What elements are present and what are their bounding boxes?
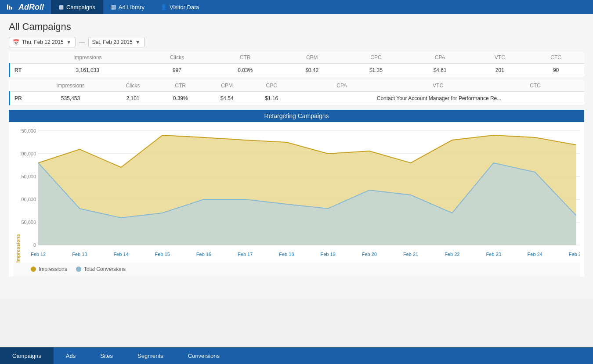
conversions-legend-dot <box>76 267 81 272</box>
rt-cpm: $0.42 <box>280 64 344 77</box>
chart-y-label: Impressions <box>13 126 21 263</box>
pr-header-row: Impressions Clicks CTR CPM CPC CPA VTC C… <box>10 80 585 92</box>
rt-impressions: 3,161,033 <box>32 64 144 77</box>
page-title: All Campaigns <box>9 21 584 32</box>
rt-data-row: RT 3,161,033 997 0.03% $0.42 $1.35 $4.61… <box>10 64 585 77</box>
nav-tab-campaigns[interactable]: ▦ Campaigns <box>51 0 103 14</box>
svg-text:50,000: 50,000 <box>21 220 36 225</box>
logo: AdRoll <box>0 0 51 14</box>
pr-clicks-header: Clicks <box>110 80 156 92</box>
pr-empty-header <box>10 80 32 92</box>
rt-ctr-header: CTR <box>210 52 280 64</box>
pr-table-section: Impressions Clicks CTR CPM CPC CPA VTC C… <box>9 80 584 105</box>
impressions-legend-label: Impressions <box>39 266 67 272</box>
page-content: All Campaigns 📅 Thu, Feb 12 2015 ▼ — Sat… <box>0 14 593 299</box>
date-separator: — <box>79 39 85 46</box>
pr-ctr: 0.39% <box>156 92 204 105</box>
bottom-tab-ads[interactable]: Ads <box>54 347 88 364</box>
svg-text:Feb 14: Feb 14 <box>113 252 128 257</box>
svg-text:Feb 21: Feb 21 <box>403 252 418 257</box>
pr-data-row: PR 535,453 2,101 0.39% $4.54 $1.16 Conta… <box>10 92 585 105</box>
end-date-picker[interactable]: Sat, Feb 28 2015 ▼ <box>88 37 145 47</box>
logo-icon <box>7 4 17 11</box>
rt-ctr: 0.03% <box>210 64 280 77</box>
legend-conversions: Total Conversions <box>76 266 126 272</box>
rt-label: RT <box>10 64 32 77</box>
nav-tab-ad-library[interactable]: ▤ Ad Library <box>103 0 152 14</box>
pr-ctr-header: CTR <box>156 80 204 92</box>
pr-cpa-header: CPA <box>294 80 390 92</box>
logo-text: AdRoll <box>18 3 44 12</box>
svg-text:0: 0 <box>33 242 36 248</box>
rt-ctc: 90 <box>528 64 584 77</box>
impressions-legend-dot <box>31 267 36 272</box>
svg-text:Feb 19: Feb 19 <box>321 252 336 257</box>
svg-text:Feb 12: Feb 12 <box>31 252 46 257</box>
rt-clicks: 997 <box>144 64 210 77</box>
pr-cpc-header: CPC <box>249 80 294 92</box>
rt-cpc: $1.35 <box>344 64 408 77</box>
pr-vtc-header: VTC <box>390 80 486 92</box>
chart-container: Impressions 250,000 200,000 150,000 <box>13 126 580 263</box>
rt-cpm-header: CPM <box>280 52 344 64</box>
svg-rect-0 <box>7 4 8 10</box>
bottom-tab-conversions[interactable]: Conversions <box>176 347 232 364</box>
end-date: Sat, Feb 28 2015 <box>92 39 133 45</box>
rt-clicks-header: Clicks <box>144 52 210 64</box>
chart-svg: 250,000 200,000 150,000 100,000 50,000 0 <box>21 126 580 263</box>
chart-body: Impressions 250,000 200,000 150,000 <box>9 122 584 277</box>
legend-impressions: Impressions <box>31 266 67 272</box>
svg-text:Feb 13: Feb 13 <box>72 252 87 257</box>
rt-ctc-header: CTC <box>528 52 584 64</box>
bottom-nav: Campaigns Ads Sites Segments Conversions <box>0 347 593 364</box>
svg-text:Feb 18: Feb 18 <box>279 252 294 257</box>
date-range: 📅 Thu, Feb 12 2015 ▼ — Sat, Feb 28 2015 … <box>9 37 584 47</box>
pr-cpc: $1.16 <box>249 92 294 105</box>
rt-cpa: $4.61 <box>408 64 472 77</box>
pr-promo-message: Contact Your Account Manager for Perform… <box>294 92 584 105</box>
rt-vtc: 201 <box>472 64 528 77</box>
pr-table: Impressions Clicks CTR CPM CPC CPA VTC C… <box>9 80 584 105</box>
visitor-data-icon: 👤 <box>160 4 167 10</box>
svg-text:Feb 20: Feb 20 <box>362 252 377 257</box>
svg-text:Feb 23: Feb 23 <box>486 252 501 257</box>
pr-cpm: $4.54 <box>205 92 249 105</box>
dropdown-arrow-end-icon: ▼ <box>135 39 141 45</box>
svg-text:Feb 15: Feb 15 <box>155 252 170 257</box>
svg-text:Feb 24: Feb 24 <box>528 252 542 257</box>
start-date: Thu, Feb 12 2015 <box>22 39 64 45</box>
chart-header: Retargeting Campaigns <box>9 110 584 122</box>
rt-vtc-header: VTC <box>472 52 528 64</box>
start-date-picker[interactable]: 📅 Thu, Feb 12 2015 ▼ <box>9 37 76 47</box>
pr-impressions: 535,453 <box>32 92 110 105</box>
top-nav: AdRoll ▦ Campaigns ▤ Ad Library 👤 Visito… <box>0 0 593 14</box>
pr-clicks: 2,101 <box>110 92 156 105</box>
svg-rect-2 <box>11 7 12 10</box>
chart-legend: Impressions Total Conversions <box>13 263 580 277</box>
svg-text:250,000: 250,000 <box>21 128 36 133</box>
bottom-tab-campaigns[interactable]: Campaigns <box>0 347 54 364</box>
svg-text:Feb 25: Feb 25 <box>569 252 580 257</box>
svg-text:200,000: 200,000 <box>21 151 36 156</box>
svg-text:100,000: 100,000 <box>21 197 36 202</box>
svg-text:Feb 22: Feb 22 <box>445 252 459 257</box>
bottom-tab-segments[interactable]: Segments <box>125 347 176 364</box>
svg-rect-1 <box>9 6 10 10</box>
chart-section: Retargeting Campaigns Impressions 250,00… <box>9 110 584 277</box>
svg-text:Feb 16: Feb 16 <box>196 252 211 257</box>
ad-library-icon: ▤ <box>111 4 116 10</box>
rt-empty-header <box>10 52 32 64</box>
pr-ctc-header: CTC <box>486 80 584 92</box>
pr-cpm-header: CPM <box>205 80 249 92</box>
rt-table: Impressions Clicks CTR CPM CPC CPA VTC C… <box>9 52 584 77</box>
svg-text:150,000: 150,000 <box>21 174 36 179</box>
rt-cpa-header: CPA <box>408 52 472 64</box>
calendar-icon: 📅 <box>13 39 19 45</box>
pr-label: PR <box>10 92 32 105</box>
svg-text:Feb 17: Feb 17 <box>238 252 253 257</box>
bottom-tab-sites[interactable]: Sites <box>88 347 125 364</box>
nav-tab-visitor-data[interactable]: 👤 Visitor Data <box>152 0 207 14</box>
rt-header-row: Impressions Clicks CTR CPM CPC CPA VTC C… <box>10 52 585 64</box>
rt-cpc-header: CPC <box>344 52 408 64</box>
pr-impressions-header: Impressions <box>32 80 110 92</box>
